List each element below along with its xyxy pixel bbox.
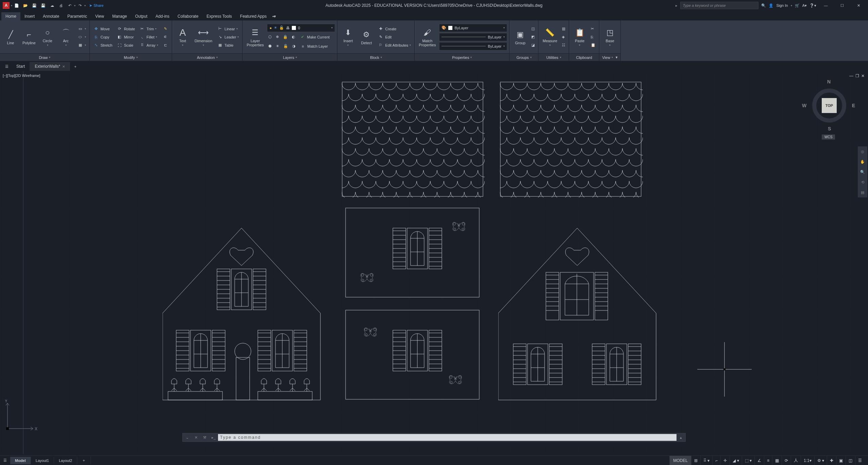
status-otrack-icon[interactable]: ∠ <box>754 456 764 465</box>
tab-featuredapps[interactable]: Featured Apps <box>236 12 271 20</box>
tab-more-icon[interactable]: ▪▾ <box>271 12 278 20</box>
layer-dropdown[interactable]: ● ☀ 🔓 🖶 0 ▾ <box>267 24 335 32</box>
paste-button[interactable]: 📋Paste▾ <box>571 26 588 48</box>
qat-save-icon[interactable]: 💾 <box>30 1 39 10</box>
group-edit-button[interactable]: ◩ <box>530 33 536 41</box>
viewcube-e[interactable]: E <box>852 103 855 108</box>
panel-annotation-footer[interactable]: Annotation ▾ <box>172 53 242 61</box>
layer-iso-icon[interactable]: ◐ <box>290 33 297 41</box>
help-icon[interactable]: ❔▾ <box>809 3 816 8</box>
qat-open-icon[interactable]: 📂 <box>21 1 30 10</box>
create-block-button[interactable]: ✚Create <box>376 25 412 33</box>
tab-collaborate[interactable]: Collaborate <box>173 12 202 20</box>
redo-dd-icon[interactable]: ▾ <box>84 4 86 7</box>
nav-wheel-icon[interactable]: ◎ <box>858 146 867 157</box>
rotate-button[interactable]: ⟳Rotate <box>115 25 136 33</box>
move-button[interactable]: ✥Move <box>92 25 114 33</box>
close-button[interactable]: ✕ <box>852 1 865 10</box>
cart-icon[interactable]: 🛒 <box>795 3 800 8</box>
group-button[interactable]: ▣Group <box>512 28 529 46</box>
viewcube-top[interactable]: TOP <box>822 98 837 113</box>
qat-redo-icon[interactable]: ↷ <box>76 1 84 10</box>
qat-saveas-icon[interactable]: 💾 <box>39 1 48 10</box>
cmd-customize-icon[interactable]: ⚒ <box>200 435 209 440</box>
fillet-button[interactable]: ◟Fillet ▾ <box>138 33 160 41</box>
panel-layers-footer[interactable]: Layers ▾ <box>243 53 337 61</box>
cmd-close-icon[interactable]: ✕ <box>191 435 200 440</box>
nav-orbit-icon[interactable]: ⟲ <box>858 177 867 187</box>
tab-manage[interactable]: Manage <box>108 12 131 20</box>
panel-view-footer[interactable]: View ▾ ▾ <box>599 53 620 61</box>
qat-undo-icon[interactable]: ↶ <box>65 1 74 10</box>
viewcube[interactable]: TOP N S E W WCS <box>801 78 856 140</box>
nav-showmotion-icon[interactable]: ▤ <box>858 187 867 197</box>
layout-menu-icon[interactable]: ☰ <box>0 458 10 463</box>
util-3-button[interactable]: ☷ <box>561 41 567 49</box>
maximize-button[interactable]: ☐ <box>835 1 849 10</box>
match-properties-button[interactable]: 🖌Match Properties <box>417 26 438 48</box>
tab-layout1[interactable]: Layout1 <box>31 457 54 464</box>
status-ws-icon[interactable]: ✚ <box>827 456 836 465</box>
status-osnap-icon[interactable]: ⬚ ▾ <box>742 456 754 465</box>
match-layer-button[interactable]: ≡Match Layer <box>298 42 329 50</box>
status-monitor-icon[interactable]: ▣ <box>836 456 846 465</box>
tab-output[interactable]: Output <box>131 12 151 20</box>
status-custom-icon[interactable]: ☰ <box>855 456 865 465</box>
close-tab-icon[interactable]: ✕ <box>62 65 65 68</box>
polyline-button[interactable]: ⌐Polyline <box>20 28 38 46</box>
viewcube-n[interactable]: N <box>827 79 831 84</box>
util-2-button[interactable]: ◈ <box>561 33 567 41</box>
edit-attributes-button[interactable]: ⚐Edit Attributes ▾ <box>376 41 412 49</box>
detect-button[interactable]: ⚙Detect <box>358 28 375 46</box>
line-button[interactable]: ╱Line <box>2 28 19 46</box>
viewcube-w[interactable]: W <box>802 103 806 108</box>
minimize-button[interactable]: — <box>819 1 833 10</box>
layer-off-icon[interactable]: ⬡ <box>267 33 273 41</box>
erase-button[interactable]: ✎ <box>161 25 170 33</box>
stretch-button[interactable]: ⤡Stretch <box>92 41 114 49</box>
layer-on-icon[interactable]: ⬢ <box>267 42 273 50</box>
layer-properties-button[interactable]: ☰Layer Properties <box>245 26 266 48</box>
paste-special-button[interactable]: 📋 <box>589 41 597 49</box>
ellipse-button[interactable]: ⬭▾ <box>76 33 87 41</box>
panel-draw-footer[interactable]: Draw ▾ <box>0 53 89 61</box>
autodesk-app-icon[interactable]: A▾ <box>802 3 807 8</box>
hatch-button[interactable]: ▦▾ <box>76 41 87 49</box>
insert-button[interactable]: ⬇Insert▾ <box>339 26 356 48</box>
user-icon[interactable]: 👤 <box>769 3 773 8</box>
status-scale[interactable]: 1:1 ▾ <box>801 456 814 465</box>
tab-annotate[interactable]: Annotate <box>39 12 63 20</box>
measure-button[interactable]: 📏Measure▾ <box>540 26 559 48</box>
cmd-history-icon[interactable]: ⌄ <box>183 435 191 440</box>
scale-button[interactable]: ⛶Scale <box>115 41 136 49</box>
tab-parametric[interactable]: Parametric <box>63 12 91 20</box>
ucs-icon[interactable]: X Y <box>4 400 38 434</box>
edit-block-button[interactable]: ✎Edit <box>376 33 412 41</box>
panel-clipboard-footer[interactable]: Clipboard <box>569 53 599 61</box>
search-icon[interactable]: 🔍 <box>761 3 766 8</box>
leader-button[interactable]: ↘Leader ▾ <box>216 33 240 41</box>
rect-button[interactable]: ▭▾ <box>76 25 87 33</box>
linetype-dropdown[interactable]: ByLayer▾ <box>439 42 507 50</box>
sign-in-button[interactable]: Sign In <box>776 3 788 7</box>
arc-button[interactable]: ⌒Arc▾ <box>57 26 74 48</box>
tab-addins[interactable]: Add-ins <box>151 12 173 20</box>
add-layout-button[interactable]: ＋ <box>77 456 91 465</box>
app-icon[interactable]: A <box>3 2 10 9</box>
tab-start[interactable]: Start <box>12 62 30 71</box>
panel-block-footer[interactable]: Block ▾ <box>337 53 414 61</box>
linear-button[interactable]: ⊢Linear ▾ <box>216 25 240 33</box>
status-model[interactable]: MODEL <box>669 456 691 465</box>
viewcube-s[interactable]: S <box>828 126 831 131</box>
ungroup-button[interactable]: ◫ <box>530 25 536 33</box>
make-current-button[interactable]: ✔Make Current <box>298 33 331 41</box>
command-input[interactable]: Type a command <box>218 434 677 441</box>
panel-groups-footer[interactable]: Groups ▾ <box>510 53 538 61</box>
layer-lock-icon[interactable]: 🔒 <box>282 33 289 41</box>
status-cycle-icon[interactable]: ⟳ <box>782 456 791 465</box>
layer-uniso-icon[interactable]: ◑ <box>291 42 297 50</box>
tab-layout2[interactable]: Layout2 <box>54 457 77 464</box>
status-clean-icon[interactable]: ◫ <box>846 456 855 465</box>
status-polar-icon[interactable]: ✛ <box>720 456 730 465</box>
tab-model[interactable]: Model <box>10 457 31 464</box>
